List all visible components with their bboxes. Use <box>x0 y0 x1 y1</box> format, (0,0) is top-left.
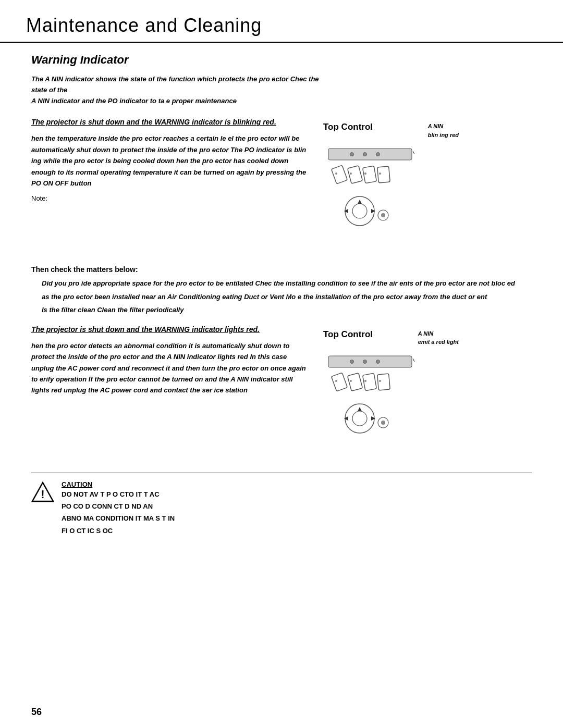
caution-lines: DO NOT AV T P O CTO IT T AC PO CO D CONN… <box>62 488 175 537</box>
subsection2-body: hen the pro ector detects an abnormal co… <box>31 340 308 396</box>
page-header: Maintenance and Cleaning <box>0 0 563 43</box>
caution-title: CAUTION <box>62 480 175 488</box>
bullet-1: Did you pro ide appropriate space for th… <box>42 278 532 289</box>
top-control-2-label: Top Control <box>323 329 373 340</box>
top-control-2-wrapper: Top Control A NIN emit a red light <box>323 329 459 457</box>
svg-point-31 <box>364 380 366 382</box>
svg-point-22 <box>363 360 367 363</box>
caution-line-4: FI O CT IC S OC <box>62 525 175 537</box>
svg-rect-26 <box>347 373 362 391</box>
svg-rect-5 <box>332 166 348 184</box>
svg-point-34 <box>352 411 367 426</box>
svg-point-39 <box>381 421 385 425</box>
svg-marker-36 <box>344 416 348 421</box>
control-diagram-1 <box>323 143 459 250</box>
subsection2-left: The projector is shut down and the WARNI… <box>31 324 308 457</box>
bullet-3: Is the filter clean Clean the filter per… <box>42 304 532 315</box>
page-content: Warning Indicator The A NIN indicator sh… <box>0 43 563 558</box>
svg-marker-16 <box>344 209 348 213</box>
warning-annotation-1-line2: blin ing red <box>428 131 459 140</box>
intro-text: The A NIN indicator shows the state of t… <box>31 74 334 106</box>
subsection1-block: The projector is shut down and the WARNI… <box>31 117 532 250</box>
svg-marker-37 <box>371 416 375 421</box>
svg-marker-15 <box>358 200 362 204</box>
svg-point-10 <box>350 172 352 175</box>
subsection1-left: The projector is shut down and the WARNI… <box>31 117 308 250</box>
svg-text:!: ! <box>41 488 44 501</box>
subsection1-note: Note: <box>31 194 308 202</box>
svg-point-3 <box>376 153 380 156</box>
svg-point-11 <box>364 172 366 175</box>
warning-annotation-1-line1: A NIN <box>428 122 459 131</box>
caution-line-2: PO CO D CONN CT D ND AN <box>62 500 175 512</box>
warning-annotation-2-line2: emit a red light <box>418 338 459 347</box>
svg-line-24 <box>413 359 414 362</box>
svg-rect-0 <box>328 149 412 160</box>
check-matters-label: Then check the matters below: <box>31 265 532 274</box>
svg-point-19 <box>381 213 385 217</box>
svg-point-2 <box>363 153 367 156</box>
svg-rect-7 <box>363 166 377 183</box>
svg-line-4 <box>413 151 414 154</box>
svg-point-9 <box>335 172 337 175</box>
subsection1-body: hen the temperature inside the pro ector… <box>31 133 308 189</box>
svg-rect-6 <box>347 166 362 184</box>
svg-point-30 <box>350 380 352 382</box>
svg-marker-17 <box>371 209 375 213</box>
page-title: Maintenance and Cleaning <box>26 15 537 36</box>
bullet-2: as the pro ector been installed near an … <box>42 291 532 302</box>
control-diagram-2 <box>323 351 459 457</box>
subsection2-title: The projector is shut down and the WARNI… <box>31 324 308 335</box>
subsection1-right: Top Control A NIN blin ing red <box>318 117 532 250</box>
subsection1-title: The projector is shut down and the WARNI… <box>31 117 308 128</box>
svg-point-32 <box>379 380 381 382</box>
middle-section: Then check the matters below: Did you pr… <box>31 265 532 315</box>
svg-rect-25 <box>332 373 348 391</box>
svg-point-14 <box>352 204 367 218</box>
svg-rect-20 <box>328 356 412 367</box>
svg-rect-8 <box>377 166 390 183</box>
section-title: Warning Indicator <box>31 53 532 67</box>
subsection2-right: Top Control A NIN emit a red light <box>318 324 532 457</box>
subsection2-block: The projector is shut down and the WARNI… <box>31 324 532 457</box>
caution-content: CAUTION DO NOT AV T P O CTO IT T AC PO C… <box>62 480 175 537</box>
warning-annotation-2-line1: A NIN <box>418 329 459 338</box>
svg-point-1 <box>350 153 354 156</box>
svg-rect-27 <box>363 373 377 390</box>
svg-point-21 <box>350 360 354 363</box>
svg-marker-35 <box>358 407 362 411</box>
caution-line-3: ABNO MA CONDITION IT MA S T IN <box>62 512 175 524</box>
svg-point-29 <box>335 380 337 382</box>
top-control-1-label: Top Control <box>323 122 373 132</box>
svg-rect-28 <box>377 374 390 390</box>
caution-box: ! CAUTION DO NOT AV T P O CTO IT T AC PO… <box>31 473 532 537</box>
caution-line-1: DO NOT AV T P O CTO IT T AC <box>62 488 175 500</box>
svg-point-12 <box>379 172 381 175</box>
page-number: 56 <box>31 707 42 718</box>
check-bullets: Did you pro ide appropriate space for th… <box>31 278 532 315</box>
svg-point-23 <box>376 360 380 363</box>
caution-icon: ! <box>31 482 54 504</box>
top-control-1-wrapper: Top Control A NIN blin ing red <box>323 122 459 250</box>
